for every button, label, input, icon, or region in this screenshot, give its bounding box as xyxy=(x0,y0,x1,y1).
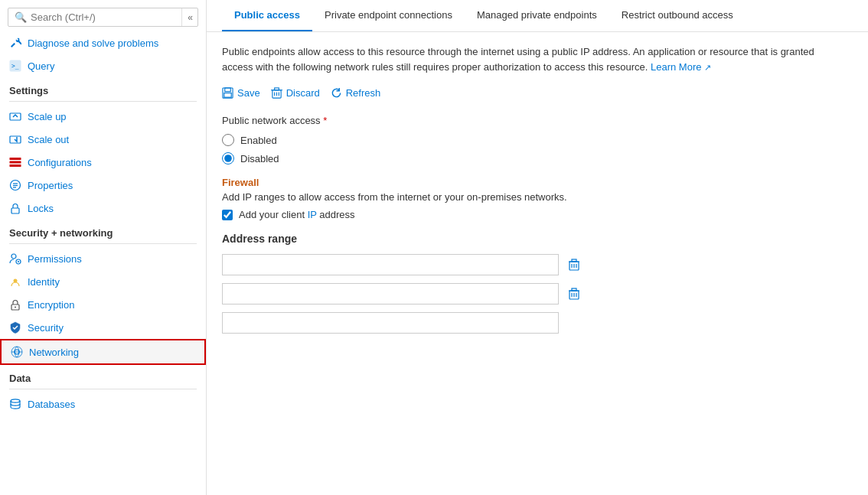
tab-managed-private[interactable]: Managed private endpoints xyxy=(465,0,609,31)
wrench-icon xyxy=(9,37,21,49)
sidebar-item-configurations-label: Configurations xyxy=(28,157,92,168)
search-box[interactable]: 🔍 « xyxy=(8,8,198,27)
learn-more-link[interactable]: Learn More ↗ xyxy=(651,61,711,73)
svg-text:>_: >_ xyxy=(11,63,19,70)
address-row-2 xyxy=(222,283,853,304)
save-icon xyxy=(222,87,233,99)
public-network-access-label: Public network access * xyxy=(222,115,853,126)
radio-enabled[interactable]: Enabled xyxy=(222,134,853,146)
radio-enabled-input[interactable] xyxy=(222,134,234,146)
data-divider xyxy=(9,389,197,389)
discard-icon xyxy=(271,87,282,99)
networking-icon xyxy=(11,346,23,358)
sidebar-item-properties-label: Properties xyxy=(28,180,73,191)
databases-icon xyxy=(9,398,21,410)
svg-point-18 xyxy=(15,307,16,308)
address-input-2[interactable] xyxy=(222,283,559,304)
discard-button[interactable]: Discard xyxy=(271,85,320,101)
sidebar-item-permissions[interactable]: Permissions xyxy=(0,247,206,270)
save-button[interactable]: Save xyxy=(222,85,260,101)
address-input-1[interactable] xyxy=(222,254,559,275)
sidebar-item-locks[interactable]: Locks xyxy=(0,197,206,220)
sidebar-item-diagnose-label: Diagnose and solve problems xyxy=(28,37,158,49)
svg-rect-5 xyxy=(10,161,21,164)
sidebar-item-encryption[interactable]: Encryption xyxy=(0,293,206,316)
add-client-ip-label: Add your client IP address xyxy=(239,209,355,220)
sidebar-item-scale-up[interactable]: Scale up xyxy=(0,105,206,128)
radio-disabled-label: Disabled xyxy=(240,153,279,164)
sidebar-item-properties[interactable]: Properties xyxy=(0,174,206,197)
sidebar-item-security-label: Security xyxy=(28,322,64,334)
svg-rect-43 xyxy=(572,288,576,291)
tab-restrict-outbound[interactable]: Restrict outbound access xyxy=(609,0,746,31)
content-area: Public endpoints allow access to this re… xyxy=(207,32,868,353)
properties-icon xyxy=(9,179,21,191)
address-row-1 xyxy=(222,254,853,275)
firewall-section: Firewall Add IP ranges to allow access f… xyxy=(222,177,853,220)
svg-rect-11 xyxy=(11,208,19,213)
collapse-sidebar-button[interactable]: « xyxy=(181,8,198,26)
address-row-3 xyxy=(222,312,853,334)
sidebar-item-identity-label: Identity xyxy=(28,276,60,288)
tab-private-endpoint[interactable]: Private endpoint connections xyxy=(312,0,465,31)
radio-enabled-label: Enabled xyxy=(240,135,277,146)
delete-address-2-button[interactable] xyxy=(565,286,583,301)
security-shield-icon xyxy=(9,321,21,334)
security-section-header: Security + networking xyxy=(0,220,206,242)
address-range-section: Address range xyxy=(222,233,853,334)
sidebar: 🔍 « Diagnose and solve problems >_ Query… xyxy=(0,0,207,495)
config-icon xyxy=(9,156,21,168)
scale-out-icon xyxy=(9,133,21,145)
scale-up-icon xyxy=(9,110,21,122)
add-client-ip-checkbox[interactable] xyxy=(222,210,233,220)
svg-rect-4 xyxy=(10,158,21,160)
tab-public-access[interactable]: Public access xyxy=(222,0,312,31)
sidebar-item-query-label: Query xyxy=(28,60,54,72)
encryption-icon xyxy=(9,298,21,311)
sidebar-item-scale-out[interactable]: Scale out xyxy=(0,128,206,151)
svg-rect-25 xyxy=(224,93,231,98)
sidebar-item-scale-out-label: Scale out xyxy=(28,134,69,145)
query-icon: >_ xyxy=(9,60,21,72)
firewall-title: Firewall xyxy=(222,177,853,188)
svg-rect-6 xyxy=(10,164,21,167)
address-range-title: Address range xyxy=(222,233,853,245)
svg-point-22 xyxy=(11,399,20,402)
sidebar-item-encryption-label: Encryption xyxy=(28,299,74,311)
delete-icon-2 xyxy=(568,288,580,300)
search-icon: 🔍 xyxy=(15,11,27,23)
delete-address-1-button[interactable] xyxy=(565,257,583,272)
svg-rect-37 xyxy=(572,259,576,262)
sidebar-item-identity[interactable]: Identity xyxy=(0,270,206,293)
sidebar-item-security[interactable]: Security xyxy=(0,316,206,339)
lock-icon xyxy=(9,202,21,214)
svg-point-12 xyxy=(11,254,16,259)
sidebar-item-configurations[interactable]: Configurations xyxy=(0,151,206,174)
refresh-icon xyxy=(331,87,342,99)
svg-rect-31 xyxy=(274,88,279,90)
svg-rect-24 xyxy=(225,88,231,92)
sidebar-item-scale-up-label: Scale up xyxy=(28,111,67,122)
settings-section-header: Settings xyxy=(0,77,206,99)
sidebar-item-databases[interactable]: Databases xyxy=(0,392,206,415)
firewall-description: Add IP ranges to allow access from the i… xyxy=(222,191,853,203)
sidebar-item-query[interactable]: >_ Query xyxy=(0,54,206,77)
sidebar-item-diagnose[interactable]: Diagnose and solve problems xyxy=(0,31,206,54)
settings-divider xyxy=(9,101,197,102)
address-input-3[interactable] xyxy=(222,312,559,334)
description-text: Public endpoints allow access to this re… xyxy=(222,44,827,74)
delete-icon-1 xyxy=(568,259,580,271)
search-input[interactable] xyxy=(31,11,191,23)
public-network-access-radio-group: Enabled Disabled xyxy=(222,134,853,164)
radio-disabled[interactable]: Disabled xyxy=(222,152,853,164)
sidebar-item-networking[interactable]: Networking xyxy=(0,339,206,365)
add-client-ip-checkbox-item[interactable]: Add your client IP address xyxy=(222,209,853,220)
sidebar-item-permissions-label: Permissions xyxy=(28,253,82,265)
sidebar-item-databases-label: Databases xyxy=(28,399,75,410)
sidebar-item-locks-label: Locks xyxy=(28,203,54,214)
toolbar: Save Discard xyxy=(222,85,853,101)
radio-disabled-input[interactable] xyxy=(222,152,234,164)
external-link-icon: ↗ xyxy=(704,63,711,72)
identity-icon xyxy=(9,275,21,288)
refresh-button[interactable]: Refresh xyxy=(331,85,381,101)
